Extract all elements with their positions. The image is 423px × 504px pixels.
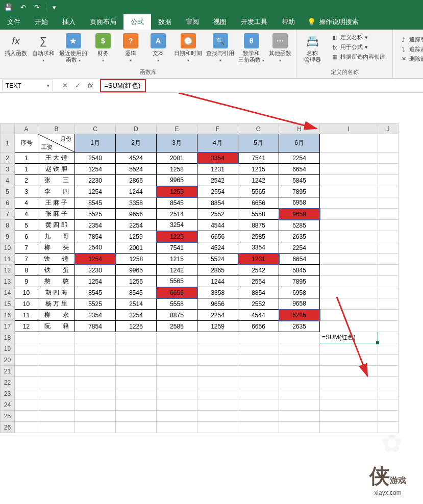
cell-empty[interactable] (116, 411, 157, 422)
cell-empty[interactable] (279, 332, 320, 343)
cell-empty[interactable] (320, 343, 378, 355)
cell-empty[interactable] (279, 366, 320, 377)
row-header-25[interactable]: 25 (1, 411, 15, 422)
cell-data[interactable]: 1231 (238, 254, 279, 265)
define-name-button[interactable]: ◧定义名称 ▾ (331, 34, 385, 41)
cell-empty[interactable] (320, 388, 378, 399)
cell-data[interactable]: 2540 (75, 242, 116, 254)
cell-empty[interactable] (320, 276, 378, 287)
cell-empty[interactable] (197, 399, 238, 411)
cell-data[interactable]: 9656 (197, 298, 238, 310)
cell-empty[interactable] (197, 366, 238, 377)
cell-empty[interactable] (378, 276, 399, 287)
row-header-6[interactable]: 6 (1, 197, 15, 209)
cell-data[interactable]: 8545 (116, 287, 157, 298)
cell-seq[interactable]: 6 (15, 231, 38, 242)
cell-empty[interactable] (38, 399, 75, 411)
cell-empty[interactable] (320, 298, 378, 310)
cell-empty[interactable] (75, 343, 116, 355)
cell-data[interactable]: 1259 (116, 231, 157, 242)
row-header-20[interactable]: 20 (1, 355, 15, 366)
cell-data[interactable]: 2254 (197, 310, 238, 321)
create-from-selection-button[interactable]: ▦根据所选内容创建 (331, 53, 385, 61)
cell-empty[interactable] (378, 153, 399, 164)
select-all-corner[interactable] (1, 124, 15, 134)
formula-input[interactable]: =SUM(红色) (100, 79, 146, 92)
cell-empty[interactable] (320, 321, 378, 332)
cell-name[interactable]: 阮 籍 (38, 321, 75, 332)
row-header-11[interactable]: 11 (1, 254, 15, 265)
enter-icon[interactable]: ✓ (75, 82, 81, 89)
cell-empty[interactable] (38, 422, 75, 433)
cell-data[interactable]: 2354 (75, 310, 116, 321)
cell-data[interactable]: 5565 (157, 276, 197, 287)
cell-empty[interactable] (320, 164, 378, 175)
cell-empty[interactable] (116, 355, 157, 366)
menu-tab-视图[interactable]: 视图 (206, 14, 234, 30)
cell-empty[interactable] (378, 287, 399, 298)
cell-data[interactable]: 1242 (238, 175, 279, 186)
cell-empty[interactable] (75, 355, 116, 366)
cell-empty[interactable] (157, 377, 197, 388)
cell-data[interactable]: 1244 (116, 186, 157, 197)
menu-tab-数据[interactable]: 数据 (151, 14, 179, 30)
cell-empty[interactable] (15, 355, 38, 366)
cell-empty[interactable] (238, 332, 279, 343)
cell-empty[interactable] (279, 411, 320, 422)
cell-empty[interactable] (320, 399, 378, 411)
cell-empty[interactable] (378, 164, 399, 175)
cell-data[interactable]: 2542 (238, 265, 279, 276)
cell-empty[interactable] (38, 411, 75, 422)
cell-empty[interactable] (157, 366, 197, 377)
cell-data[interactable]: 3354 (238, 242, 279, 254)
cell-data[interactable]: 7541 (238, 153, 279, 164)
cell-data[interactable]: 6654 (279, 164, 320, 175)
cell-data[interactable]: 1215 (157, 254, 197, 265)
cell-data[interactable]: 8545 (75, 197, 116, 209)
cell-data[interactable]: 1258 (116, 254, 157, 265)
cell-data[interactable]: 1225 (157, 231, 197, 242)
col-header-J[interactable]: J (378, 124, 399, 134)
row-header-12[interactable]: 12 (1, 265, 15, 276)
col-header-I[interactable]: I (320, 124, 378, 134)
row-header-21[interactable]: 21 (1, 366, 15, 377)
cell-data[interactable]: 6656 (157, 287, 197, 298)
cell-data[interactable]: 3254 (116, 310, 157, 321)
row-header-5[interactable]: 5 (1, 186, 15, 197)
row-header-8[interactable]: 8 (1, 220, 15, 231)
cell-empty[interactable] (320, 366, 378, 377)
cell-name[interactable]: 铁 锤 (38, 254, 75, 265)
cell-empty[interactable] (378, 343, 399, 355)
cell-empty[interactable] (75, 332, 116, 343)
row-header-23[interactable]: 23 (1, 388, 15, 399)
cell-seq[interactable]: 1 (15, 164, 38, 175)
cell-name[interactable]: 黄 四 郎 (38, 220, 75, 231)
menu-tab-插入[interactable]: 插入 (55, 14, 83, 30)
col-header-F[interactable]: F (197, 124, 238, 134)
cell-empty[interactable] (238, 422, 279, 433)
cell-empty[interactable] (38, 343, 75, 355)
cell-empty[interactable] (378, 254, 399, 265)
cell-data[interactable]: 3354 (197, 153, 238, 164)
menu-tab-开发工具[interactable]: 开发工具 (234, 14, 275, 30)
cell-empty[interactable] (378, 388, 399, 399)
menu-tab-页面布局[interactable]: 页面布局 (83, 14, 123, 30)
cell-data[interactable]: 4544 (197, 220, 238, 231)
logical-button[interactable]: ? 逻辑▾ (118, 32, 143, 64)
cell-data[interactable]: 2552 (197, 209, 238, 220)
cell-empty[interactable] (157, 332, 197, 343)
cell-data[interactable]: 1244 (197, 276, 238, 287)
cell-data[interactable]: 5525 (75, 209, 116, 220)
fx-icon[interactable]: fx (88, 82, 93, 89)
cell-data[interactable]: 1242 (157, 265, 197, 276)
financial-button[interactable]: $ 财务▾ (90, 32, 116, 64)
cell-empty[interactable] (320, 254, 378, 265)
row-header-19[interactable]: 19 (1, 343, 15, 355)
cell-seq[interactable]: 5 (15, 220, 38, 231)
cell-empty[interactable] (15, 332, 38, 343)
cell-empty[interactable] (320, 175, 378, 186)
cell-empty[interactable] (197, 411, 238, 422)
cell-empty[interactable] (279, 399, 320, 411)
row-header-3[interactable]: 3 (1, 164, 15, 175)
cell-name[interactable]: 赵 铁 胆 (38, 164, 75, 175)
